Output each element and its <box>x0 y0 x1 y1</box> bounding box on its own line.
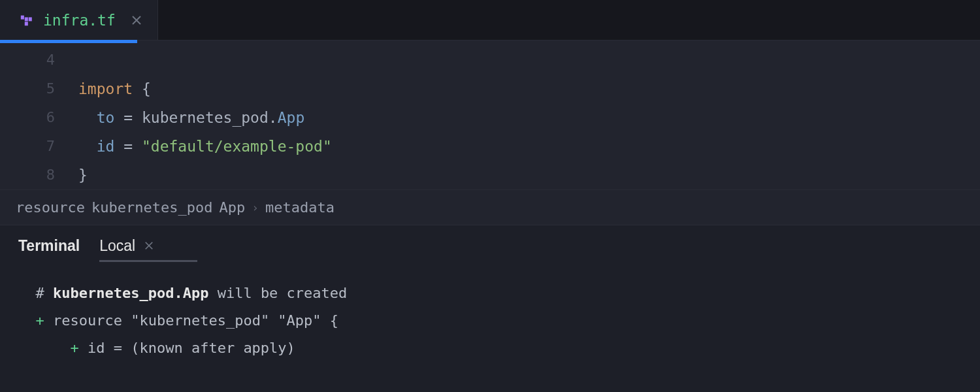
terminal-session-local[interactable]: Local <box>99 237 154 261</box>
close-icon[interactable] <box>130 14 143 27</box>
terminal-tab[interactable]: Terminal <box>18 237 80 261</box>
line-number: 5 <box>0 74 55 103</box>
svg-rect-2 <box>29 17 32 21</box>
terminal-line: + resource "kubernetes_pod" "App" { <box>18 307 962 335</box>
line-number: 7 <box>0 132 55 161</box>
line-number: 6 <box>0 103 55 132</box>
terminal-line: # kubernetes_pod.App will be created <box>18 280 962 307</box>
chevron-right-icon: › <box>252 201 259 214</box>
code-line: to = kubernetes_pod.App <box>78 103 980 132</box>
svg-rect-0 <box>21 15 24 19</box>
code-line: import { <box>78 74 980 103</box>
svg-rect-3 <box>25 22 28 25</box>
breadcrumb-part: metadata <box>265 199 335 216</box>
tab-filename: infra.tf <box>43 12 116 29</box>
terraform-icon <box>20 13 34 27</box>
breadcrumb-part: App <box>219 199 245 216</box>
tab-active-indicator <box>0 40 137 43</box>
panel-sub-indicator <box>99 260 197 262</box>
close-icon[interactable] <box>144 238 154 253</box>
code-line: id = "default/example-pod" <box>78 132 980 161</box>
panel-tab-bar: Terminal Local <box>0 225 980 268</box>
code-line: } <box>78 161 980 189</box>
code-editor[interactable]: 4 5 6 7 8 import { to = kubernetes_pod.A… <box>0 41 980 189</box>
svg-rect-1 <box>25 17 28 21</box>
file-tab-infra[interactable]: infra.tf <box>0 0 158 40</box>
breadcrumb[interactable]: resource kubernetes_pod App › metadata <box>0 189 980 225</box>
code-area[interactable]: import { to = kubernetes_pod.App id = "d… <box>78 41 980 189</box>
terminal-line: + id = (known after apply) <box>18 335 962 362</box>
terminal-output[interactable]: # kubernetes_pod.App will be created + r… <box>0 268 980 392</box>
editor-container: infra.tf 4 5 6 7 8 import { to = kuberne… <box>0 0 980 392</box>
line-gutter: 4 5 6 7 8 <box>0 41 78 189</box>
line-number: 4 <box>0 46 55 74</box>
breadcrumb-part: kubernetes_pod <box>91 199 212 216</box>
breadcrumb-part: resource <box>16 199 85 216</box>
code-line <box>78 46 980 74</box>
tab-bar: infra.tf <box>0 0 980 41</box>
line-number: 8 <box>0 161 55 189</box>
